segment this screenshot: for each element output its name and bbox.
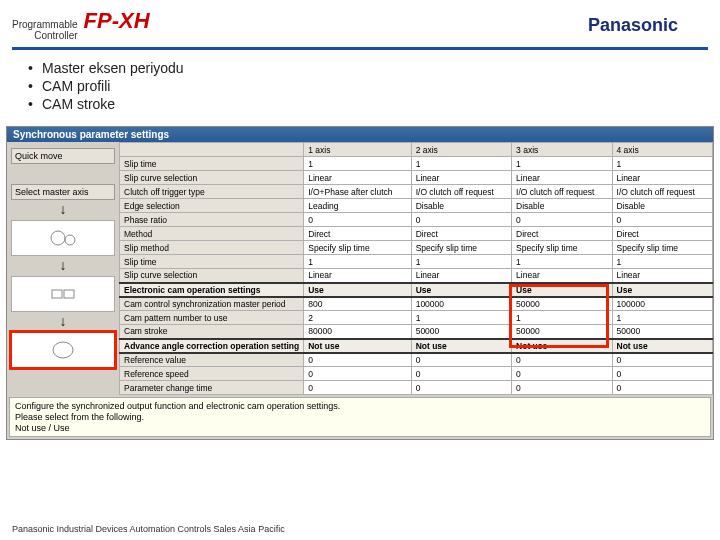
select-master-axis-button[interactable]: Select master axis	[11, 184, 115, 200]
cell[interactable]: 0	[411, 381, 511, 395]
cell[interactable]: I/O clutch off request	[411, 185, 511, 199]
cell[interactable]: 1	[304, 157, 411, 171]
cell[interactable]: Disable	[612, 199, 712, 213]
cell[interactable]: Linear	[512, 171, 612, 185]
cell[interactable]: 50000	[612, 325, 712, 339]
cell[interactable]: Linear	[304, 269, 411, 283]
cell[interactable]: Use	[612, 283, 712, 297]
cell[interactable]: 0	[304, 353, 411, 367]
cell[interactable]: Direct	[304, 227, 411, 241]
row-label: Slip time	[120, 255, 304, 269]
row-label: Slip method	[120, 241, 304, 255]
cell[interactable]: I/O+Phase after clutch	[304, 185, 411, 199]
footer-text: Panasonic Industrial Devices Automation …	[12, 524, 285, 534]
window-titlebar: Synchronous parameter settings	[7, 127, 713, 142]
cell[interactable]: 800	[304, 297, 411, 311]
cell[interactable]: 0	[612, 367, 712, 381]
cell[interactable]: 1	[612, 157, 712, 171]
column-header: 3 axis	[512, 143, 612, 157]
row-label: Slip curve selection	[120, 171, 304, 185]
row-label: Slip curve selection	[120, 269, 304, 283]
cell[interactable]: Direct	[512, 227, 612, 241]
row-label: Cam pattern number to use	[120, 311, 304, 325]
cell[interactable]: 0	[612, 213, 712, 227]
column-header: 1 axis	[304, 143, 411, 157]
cell[interactable]: Use	[411, 283, 511, 297]
cell[interactable]: Not use	[612, 339, 712, 353]
cell[interactable]: 0	[612, 381, 712, 395]
cell[interactable]: Not use	[512, 339, 612, 353]
hint-panel: Configure the synchronized output functi…	[9, 397, 711, 437]
section-header: Advance angle correction operation setti…	[120, 339, 304, 353]
cell[interactable]: Linear	[411, 269, 511, 283]
cell[interactable]: Use	[512, 283, 612, 297]
cell[interactable]: 0	[411, 367, 511, 381]
programmable-controller-label: Programmable Controller	[12, 19, 78, 41]
settings-window: Synchronous parameter settings Quick mov…	[6, 126, 714, 440]
column-header: 4 axis	[612, 143, 712, 157]
cell[interactable]: 1	[411, 157, 511, 171]
cell[interactable]: Use	[304, 283, 411, 297]
page-header: Programmable Controller FP-XH Panasonic	[0, 0, 720, 45]
cell[interactable]: Linear	[512, 269, 612, 283]
cell[interactable]: Disable	[512, 199, 612, 213]
cell[interactable]: Disable	[411, 199, 511, 213]
clutch-icon	[11, 276, 115, 312]
cell[interactable]: Specify slip time	[512, 241, 612, 255]
cell[interactable]: 1	[512, 311, 612, 325]
cell[interactable]: 0	[512, 213, 612, 227]
row-label: Clutch off trigger type	[120, 185, 304, 199]
row-label: Reference speed	[120, 367, 304, 381]
cell[interactable]: 1	[612, 255, 712, 269]
cell[interactable]: Linear	[411, 171, 511, 185]
column-header	[120, 143, 304, 157]
panasonic-logo: Panasonic	[588, 14, 708, 36]
svg-point-1	[51, 231, 65, 245]
row-label: Slip time	[120, 157, 304, 171]
section-header: Electronic cam operation settings	[120, 283, 304, 297]
cell[interactable]: 2	[304, 311, 411, 325]
row-label: Reference value	[120, 353, 304, 367]
down-arrow-icon: ↓	[11, 316, 115, 326]
cell[interactable]: 1	[304, 255, 411, 269]
cell[interactable]: 0	[411, 353, 511, 367]
cell[interactable]: I/O clutch off request	[512, 185, 612, 199]
cell[interactable]: 0	[304, 381, 411, 395]
cell[interactable]: 0	[411, 213, 511, 227]
cell[interactable]: 0	[512, 381, 612, 395]
cell[interactable]: Specify slip time	[304, 241, 411, 255]
cell[interactable]: Direct	[612, 227, 712, 241]
cell[interactable]: 50000	[411, 325, 511, 339]
cell[interactable]: 0	[612, 353, 712, 367]
parameter-table: 1 axis 2 axis 3 axis 4 axis Slip time111…	[119, 142, 713, 395]
cell[interactable]: 1	[512, 157, 612, 171]
cell[interactable]: Linear	[304, 171, 411, 185]
cell[interactable]: 1	[411, 311, 511, 325]
cell[interactable]: 0	[304, 213, 411, 227]
cell[interactable]: 0	[304, 367, 411, 381]
quick-move-button[interactable]: Quick move	[11, 148, 115, 164]
cell[interactable]: Linear	[612, 171, 712, 185]
cell[interactable]: 50000	[512, 297, 612, 311]
cell[interactable]: Not use	[304, 339, 411, 353]
bullet-list: •Master eksen periyodu •CAM profili •CAM…	[0, 60, 720, 126]
cell[interactable]: 80000	[304, 325, 411, 339]
cell[interactable]: 0	[512, 353, 612, 367]
cell[interactable]: Leading	[304, 199, 411, 213]
cell[interactable]: 1	[411, 255, 511, 269]
cell[interactable]: Not use	[411, 339, 511, 353]
cell[interactable]: Specify slip time	[411, 241, 511, 255]
cell[interactable]: I/O clutch off request	[612, 185, 712, 199]
svg-point-2	[65, 235, 75, 245]
cell[interactable]: Linear	[612, 269, 712, 283]
cell[interactable]: 50000	[512, 325, 612, 339]
cell[interactable]: 100000	[411, 297, 511, 311]
cell[interactable]: 100000	[612, 297, 712, 311]
cell[interactable]: 0	[512, 367, 612, 381]
row-label: Method	[120, 227, 304, 241]
cell[interactable]: 1	[512, 255, 612, 269]
cell[interactable]: Direct	[411, 227, 511, 241]
cell[interactable]: 1	[612, 311, 712, 325]
row-label: Edge selection	[120, 199, 304, 213]
cell[interactable]: Specify slip time	[612, 241, 712, 255]
